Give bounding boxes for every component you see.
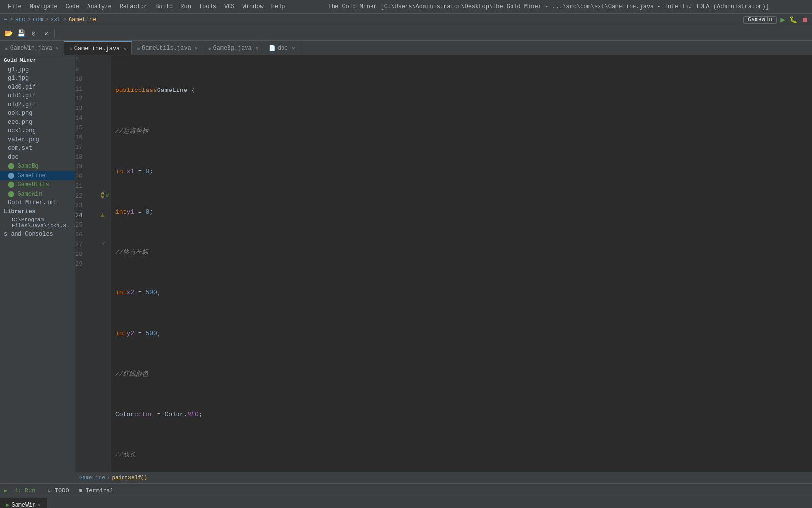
sidebar-item-eeopng[interactable]: eeo.png bbox=[0, 118, 75, 127]
sidebar-item-old2gif[interactable]: old2.gif bbox=[0, 100, 75, 109]
tab-label-gameutils: GameUtils.java bbox=[142, 45, 191, 52]
sidebar-item-gamewin[interactable]: ⬤ GameWin bbox=[0, 189, 75, 199]
tab-icon-doc: 📄 bbox=[269, 45, 276, 51]
sidebar-item-ookpng[interactable]: ook.png bbox=[0, 109, 75, 118]
tab-close-gameline[interactable]: ✕ bbox=[124, 46, 126, 52]
menu-code[interactable]: Code bbox=[61, 2, 83, 11]
menu-refactor[interactable]: Refactor bbox=[116, 2, 152, 11]
sidebar-group-consoles[interactable]: s and Consoles bbox=[0, 230, 75, 238]
menu-help[interactable]: Help bbox=[267, 2, 289, 11]
gutter: @ ▽ ⚠ ▽ bbox=[100, 55, 111, 472]
tab-icon-gamewin: ☕ bbox=[5, 45, 8, 51]
menu-file[interactable]: File bbox=[4, 2, 26, 11]
line-num-19: 19 bbox=[75, 163, 96, 172]
tab-label-gamewin: GameWin.java bbox=[10, 45, 52, 52]
bottom-tab-gamewin-label: GameWin bbox=[11, 502, 35, 508]
run-toolbar: ▶ 4: Run ☑ TODO ⊞ Terminal bbox=[0, 484, 812, 498]
sidebar-item-comsxt[interactable]: com.sxt bbox=[0, 144, 75, 153]
line-num-11: 11 bbox=[75, 85, 96, 94]
menu-navigate[interactable]: Navigate bbox=[26, 2, 62, 11]
tab-label-gameline: GameLine.java bbox=[74, 45, 120, 52]
sidebar-item-g1jpg-1[interactable]: g1.jpg bbox=[0, 65, 75, 74]
terminal-label[interactable]: ⊞ Terminal bbox=[75, 486, 118, 495]
line-num-22: 22 bbox=[75, 192, 96, 201]
line-num-15: 15 bbox=[75, 124, 96, 133]
menu-run[interactable]: Run bbox=[177, 2, 195, 11]
gutter-fold-icon[interactable]: ▽ bbox=[102, 240, 105, 246]
code-content[interactable]: public class GameLine { //起点坐标 int x1 = … bbox=[111, 55, 812, 472]
breadcrumb-separator: › bbox=[107, 475, 110, 481]
menu-vcs[interactable]: VCS bbox=[220, 2, 239, 11]
todo-label[interactable]: ☑ TODO bbox=[44, 486, 72, 495]
editor-breadcrumb: GameLine › paintSelf() bbox=[75, 472, 812, 483]
toolbar-open[interactable]: 📂 bbox=[3, 28, 14, 39]
sidebar-item-old1gif[interactable]: old1.gif bbox=[0, 91, 75, 100]
code-line-15: //红线颜色 bbox=[115, 369, 808, 380]
toolbar-close[interactable]: ✕ bbox=[41, 28, 52, 39]
sidebar-item-gameline[interactable]: ⬤ GameLine bbox=[0, 171, 75, 180]
sidebar-item-g1jpg-2[interactable]: g1.jpg bbox=[0, 74, 75, 83]
code-container[interactable]: 8 9 10 11 12 13 14 15 16 17 18 19 20 21 … bbox=[75, 55, 812, 472]
sidebar-item-ock1png[interactable]: ock1.png bbox=[0, 127, 75, 135]
bottom-tab-gamewin[interactable]: ▶ GameWin ✕ bbox=[0, 498, 47, 508]
line-num-14: 14 bbox=[75, 114, 96, 124]
gutter-arrow-icon: ▽ bbox=[106, 192, 109, 199]
code-line-16: Color color = Color.RED; bbox=[115, 410, 808, 420]
nav-item-root[interactable]: ⬅ bbox=[4, 16, 7, 23]
toolbar-save[interactable]: 💾 bbox=[16, 28, 26, 39]
sidebar-title: Gold Miner bbox=[0, 55, 75, 65]
sidebar-group-libraries[interactable]: Libraries bbox=[0, 207, 75, 216]
nav-item-gameline[interactable]: GameLine bbox=[69, 17, 97, 23]
nav-separator-2: > bbox=[27, 17, 31, 23]
sidebar-item-old0gif[interactable]: old0.gif bbox=[0, 83, 75, 91]
line-num-20: 20 bbox=[75, 172, 96, 182]
tab-doc[interactable]: 📄 doc ✕ bbox=[264, 41, 300, 55]
tab-close-gamebg[interactable]: ✕ bbox=[256, 45, 259, 51]
tab-gameline[interactable]: ☕ GameLine.java ✕ bbox=[64, 41, 132, 55]
tab-gamewin[interactable]: ☕ GameWin.java ✕ bbox=[0, 41, 64, 55]
line-num-27: 27 bbox=[75, 240, 96, 250]
bottom-panel: ▶ 4: Run ☑ TODO ⊞ Terminal ▶ GameWin ✕ C… bbox=[0, 483, 812, 508]
nav-item-sxt[interactable]: sxt bbox=[51, 17, 61, 23]
sidebar-item-jdk[interactable]: C:\Program Files\Java\jdk1.8... bbox=[0, 216, 75, 230]
tab-label-doc: doc bbox=[278, 45, 288, 52]
line-num-10: 10 bbox=[75, 75, 96, 85]
breadcrumb-paintself[interactable]: paintSelf() bbox=[112, 475, 147, 481]
breadcrumb-gameline[interactable]: GameLine bbox=[79, 475, 105, 481]
tab-close-gameutils[interactable]: ✕ bbox=[195, 45, 198, 51]
tab-close-gamewin[interactable]: ✕ bbox=[56, 45, 59, 51]
sidebar-item-vaterpng[interactable]: vater.png bbox=[0, 135, 75, 144]
editor-area: 8 9 10 11 12 13 14 15 16 17 18 19 20 21 … bbox=[75, 55, 812, 483]
menu-window[interactable]: Window bbox=[239, 2, 267, 11]
toolbar-settings[interactable]: ⚙ bbox=[28, 28, 39, 39]
sidebar-item-goldmineriml[interactable]: Gold Miner.iml bbox=[0, 199, 75, 207]
run-label[interactable]: 4: Run bbox=[10, 487, 39, 495]
code-line-8: public class GameLine { bbox=[115, 86, 808, 96]
code-line-12: //终点坐标 bbox=[115, 248, 808, 258]
nav-separator-1: > bbox=[9, 17, 13, 23]
tab-gameutils[interactable]: ☕ GameUtils.java ✕ bbox=[132, 41, 203, 55]
run-config-label[interactable]: GameWin bbox=[743, 16, 777, 24]
sidebar-item-gamebg[interactable]: ⬤ GameBg bbox=[0, 162, 75, 171]
menu-build[interactable]: Build bbox=[151, 2, 177, 11]
main-layout: Gold Miner g1.jpg g1.jpg old0.gif old1.g… bbox=[0, 55, 812, 483]
line-num-25: 25 bbox=[75, 221, 96, 231]
gutter-warning-icon: ⚠ bbox=[101, 211, 104, 218]
tab-close-doc[interactable]: ✕ bbox=[292, 45, 295, 51]
stop-button[interactable]: ⏹ bbox=[801, 16, 808, 24]
sidebar-item-doc[interactable]: doc bbox=[0, 153, 75, 162]
debug-button[interactable]: 🐛 bbox=[789, 16, 797, 24]
nav-item-com[interactable]: com bbox=[33, 17, 43, 23]
nav-separator-4: > bbox=[63, 17, 67, 23]
sidebar-item-gameutils[interactable]: ⬤ GameUtils bbox=[0, 180, 75, 189]
bottom-tab-gamewin-close[interactable]: ✕ bbox=[38, 502, 41, 508]
sidebar: Gold Miner g1.jpg g1.jpg old0.gif old1.g… bbox=[0, 55, 75, 483]
run-button[interactable]: ▶ bbox=[780, 15, 785, 25]
menu-analyze[interactable]: Analyze bbox=[83, 2, 115, 11]
nav-item-src[interactable]: src bbox=[15, 17, 25, 23]
line-num-12: 12 bbox=[75, 94, 96, 104]
line-num-18: 18 bbox=[75, 153, 96, 163]
tab-gamebg[interactable]: ☕ GameBg.java ✕ bbox=[203, 41, 264, 55]
menu-tools[interactable]: Tools bbox=[195, 2, 220, 11]
window-title: The Gold Miner [C:\Users\Administrator\D… bbox=[289, 3, 808, 10]
